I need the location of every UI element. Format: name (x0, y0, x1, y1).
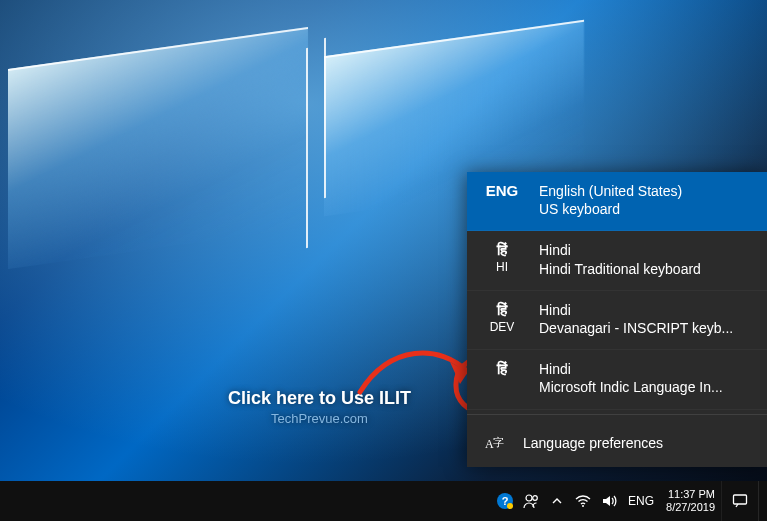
language-keyboard: Hindi Traditional keyboard (539, 260, 753, 278)
language-option-hindi-indic[interactable]: हिं Hindi Microsoft Indic Language In... (467, 350, 767, 409)
show-desktop-button[interactable] (758, 481, 765, 521)
language-option-hindi-traditional[interactable]: हिं HI Hindi Hindi Traditional keyboard (467, 231, 767, 290)
language-text: English (United States) US keyboard (539, 182, 753, 218)
language-text: Hindi Hindi Traditional keyboard (539, 241, 753, 277)
help-tray-icon[interactable]: ? (492, 481, 518, 521)
language-name: English (United States) (539, 182, 753, 200)
taskbar-time: 11:37 PM (668, 488, 715, 501)
action-center-button[interactable] (721, 481, 758, 521)
language-indicator-button[interactable]: ENG (622, 481, 660, 521)
system-tray: ? (492, 481, 765, 521)
language-indicator-label: ENG (628, 494, 654, 508)
language-code-small: HI (481, 260, 523, 275)
language-code: हिं (481, 360, 523, 379)
language-keyboard: Microsoft Indic Language In... (539, 378, 753, 396)
wallpaper-edge (306, 48, 308, 248)
separator (467, 414, 767, 415)
language-name: Hindi (539, 360, 753, 378)
language-text: Hindi Microsoft Indic Language In... (539, 360, 753, 396)
language-code-big: हिं (481, 360, 523, 379)
language-name: Hindi (539, 301, 753, 319)
wallpaper-edge (324, 38, 326, 198)
tray-overflow-chevron-icon[interactable] (544, 481, 570, 521)
language-keyboard: Devanagari - INSCRIPT keyb... (539, 319, 753, 337)
svg-rect-10 (734, 495, 747, 504)
language-code-big: हिं (481, 301, 523, 320)
language-code-big: ENG (481, 182, 523, 201)
annotation-main-text: Click here to Use ILIT (228, 388, 411, 409)
language-name: Hindi (539, 241, 753, 259)
language-text: Hindi Devanagari - INSCRIPT keyb... (539, 301, 753, 337)
language-preferences-icon: A 字 (485, 433, 505, 453)
volume-tray-icon[interactable] (596, 481, 622, 521)
language-preferences-label: Language preferences (523, 435, 663, 451)
svg-text:字: 字 (493, 436, 504, 448)
language-code: हिं DEV (481, 301, 523, 335)
svg-point-9 (582, 505, 584, 507)
svg-point-8 (533, 496, 538, 501)
taskbar-clock[interactable]: 11:37 PM 8/27/2019 (660, 488, 721, 513)
language-option-eng-us[interactable]: ENG English (United States) US keyboard (467, 172, 767, 231)
language-option-hindi-devanagari[interactable]: हिं DEV Hindi Devanagari - INSCRIPT keyb… (467, 291, 767, 350)
annotation-sub-text: TechPrevue.com (228, 411, 411, 426)
language-switcher-flyout: ENG English (United States) US keyboard … (467, 172, 767, 467)
svg-point-6 (507, 503, 513, 509)
people-tray-icon[interactable] (518, 481, 544, 521)
language-code-big: हिं (481, 241, 523, 260)
svg-point-7 (526, 495, 532, 501)
taskbar-date: 8/27/2019 (666, 501, 715, 514)
language-code: हिं HI (481, 241, 523, 275)
annotation-overlay: Click here to Use ILIT TechPrevue.com (228, 388, 411, 426)
language-code: ENG (481, 182, 523, 201)
taskbar: ? (0, 481, 767, 521)
language-preferences-link[interactable]: A 字 Language preferences (467, 419, 767, 467)
wifi-tray-icon[interactable] (570, 481, 596, 521)
language-code-small: DEV (481, 320, 523, 335)
language-keyboard: US keyboard (539, 200, 753, 218)
